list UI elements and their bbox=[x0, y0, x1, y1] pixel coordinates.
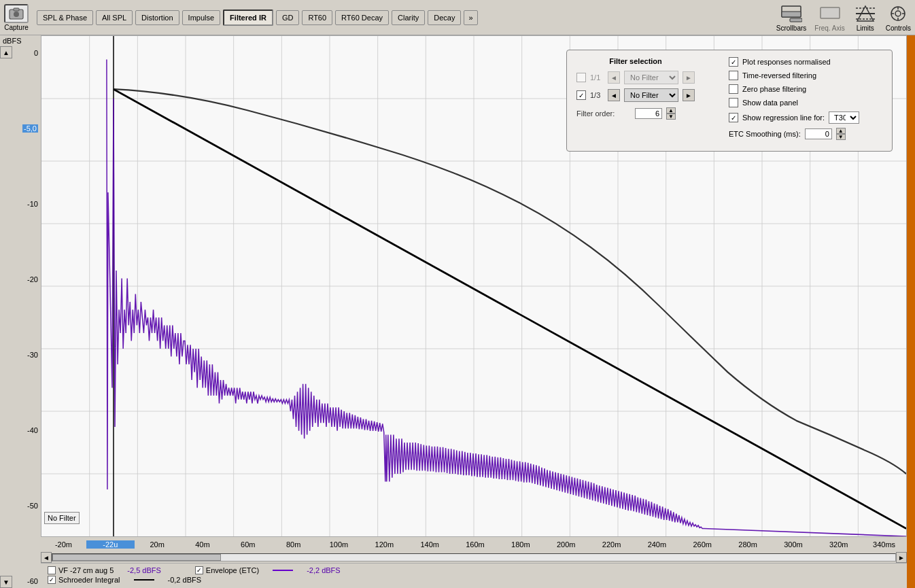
x-label-120m: 120m bbox=[362, 540, 407, 549]
filter-1-1-prev[interactable]: ◄ bbox=[608, 71, 620, 84]
svg-rect-2 bbox=[14, 8, 19, 11]
filter-order-up[interactable]: ▲ bbox=[666, 107, 676, 114]
tab-rt60[interactable]: RT60 bbox=[302, 10, 332, 25]
y-label-60: -60 bbox=[27, 577, 38, 585]
tab-more[interactable]: » bbox=[464, 10, 477, 25]
toolbar: Capture SPL & Phase All SPL Distortion I… bbox=[0, 0, 915, 35]
legend-schroeder-checkbox[interactable] bbox=[48, 576, 56, 584]
regression-select[interactable]: T30 T20 EDT bbox=[829, 111, 859, 124]
tab-rt60-decay[interactable]: RT60 Decay bbox=[335, 10, 389, 25]
x-label-340ms: 340ms bbox=[861, 540, 907, 549]
x-label-neg22u: -22u bbox=[86, 540, 135, 549]
x-labels: -20m -22u 20m 40m 60m 80m 100m 120m 140m… bbox=[41, 540, 907, 549]
chart-wrapper: Filter selection 1/1 ◄ No Filter ► bbox=[41, 35, 907, 588]
legend-etc-item: Envelope (ETC) bbox=[195, 566, 259, 574]
legend-area: VF -27 cm aug 5 -2,5 dBFS Envelope (ETC)… bbox=[41, 563, 907, 588]
no-filter-label: No Filter bbox=[44, 512, 80, 524]
legend-vf-label: VF -27 cm aug 5 bbox=[58, 566, 114, 574]
etc-spin: ▲ ▼ bbox=[836, 128, 846, 140]
scrollbars-button[interactable]: Scrollbars bbox=[776, 3, 806, 32]
x-label-260m: 260m bbox=[680, 540, 725, 549]
y-scroll-arrows: ▲ ▼ bbox=[0, 46, 12, 588]
filter-1-3-prev[interactable]: ◄ bbox=[608, 89, 620, 101]
filter-show-data-row: Show data panel bbox=[729, 98, 859, 107]
legend-vf-checkbox[interactable] bbox=[48, 566, 56, 574]
x-label-300m: 300m bbox=[771, 540, 816, 549]
x-label-180m: 180m bbox=[498, 540, 543, 549]
right-scroll[interactable] bbox=[907, 35, 915, 588]
svg-rect-6 bbox=[821, 7, 840, 18]
capture-button[interactable]: Capture bbox=[4, 4, 29, 31]
zero-phase-checkbox[interactable] bbox=[729, 84, 738, 94]
show-data-label: Show data panel bbox=[742, 99, 798, 107]
filter-zero-phase-row: Zero phase filtering bbox=[729, 84, 859, 94]
filter-time-reversed-row: Time-reversed filtering bbox=[729, 71, 859, 80]
filter-1-3-checkbox[interactable] bbox=[576, 90, 586, 100]
filter-plot-normalised-row: Plot responses normalised bbox=[729, 57, 859, 67]
show-regression-checkbox[interactable] bbox=[729, 113, 738, 122]
legend-etc-checkbox[interactable] bbox=[195, 566, 203, 574]
filter-order-input[interactable] bbox=[635, 108, 662, 119]
tab-all-spl[interactable]: All SPL bbox=[96, 10, 133, 25]
legend-etc-line bbox=[273, 570, 293, 571]
limits-button[interactable]: Limits bbox=[853, 3, 878, 32]
etc-spin-down[interactable]: ▼ bbox=[836, 134, 846, 140]
filter-left: Filter selection 1/1 ◄ No Filter ► bbox=[576, 57, 695, 144]
controls-button[interactable]: Controls bbox=[886, 3, 911, 32]
legend-schroeder-line bbox=[134, 579, 154, 581]
filter-order-row: Filter order: ▲ ▼ bbox=[576, 107, 695, 120]
tab-impulse[interactable]: Impulse bbox=[182, 10, 221, 25]
legend-schroeder-label: Schroeder Integral bbox=[58, 576, 120, 584]
time-reversed-checkbox[interactable] bbox=[729, 71, 738, 80]
x-axis-row: -20m -22u 20m 40m 60m 80m 100m 120m 140m… bbox=[41, 537, 907, 552]
etc-smoothing-input[interactable] bbox=[805, 128, 832, 139]
left-panel: dBFS ▲ ▼ 0 -5,0 -10 -20 -30 -40 -50 -60 bbox=[0, 35, 41, 588]
filter-1-3-select[interactable]: No Filter bbox=[624, 88, 678, 102]
limits-label: Limits bbox=[857, 24, 874, 32]
x-label-200m: 200m bbox=[543, 540, 589, 549]
x-label-240m: 240m bbox=[634, 540, 680, 549]
y-label-0: 0 bbox=[34, 49, 38, 57]
scrollbars-label: Scrollbars bbox=[776, 24, 806, 32]
h-scroll-right[interactable]: ► bbox=[896, 552, 907, 563]
x-label-280m: 280m bbox=[725, 540, 771, 549]
h-scroll-track[interactable] bbox=[52, 553, 896, 561]
h-scroll-left[interactable]: ◄ bbox=[41, 552, 52, 563]
x-label-60m: 60m bbox=[225, 540, 271, 549]
filter-1-1-checkbox[interactable] bbox=[576, 73, 586, 82]
tab-clarity[interactable]: Clarity bbox=[392, 10, 425, 25]
chart-area[interactable]: Filter selection 1/1 ◄ No Filter ► bbox=[41, 35, 907, 537]
y-scroll-down[interactable]: ▼ bbox=[0, 576, 12, 588]
filter-1-1-next[interactable]: ► bbox=[683, 71, 695, 84]
tab-decay[interactable]: Decay bbox=[428, 10, 461, 25]
legend-schroeder-value: -0,2 dBFS bbox=[168, 576, 202, 584]
y-scroll-up[interactable]: ▲ bbox=[0, 46, 12, 58]
legend-schroeder-item: Schroeder Integral bbox=[48, 576, 120, 584]
legend-etc-value: -2,2 dBFS bbox=[307, 566, 341, 574]
x-label-100m: 100m bbox=[316, 540, 362, 549]
filter-1-1-select[interactable]: No Filter bbox=[624, 71, 678, 84]
freq-axis-button[interactable]: Freq. Axis bbox=[814, 3, 844, 32]
tab-distortion[interactable]: Distortion bbox=[135, 10, 179, 25]
controls-label: Controls bbox=[886, 24, 911, 32]
y-label-50: -50 bbox=[27, 502, 38, 510]
h-scroll-thumb[interactable] bbox=[52, 554, 221, 561]
tab-gd[interactable]: GD bbox=[276, 10, 300, 25]
etc-spin-up[interactable]: ▲ bbox=[836, 128, 846, 134]
main-container: Capture SPL & Phase All SPL Distortion I… bbox=[0, 0, 915, 588]
tab-spl-phase[interactable]: SPL & Phase bbox=[37, 10, 93, 25]
legend-row-2: Schroeder Integral -0,2 dBFS bbox=[48, 576, 900, 584]
y-label-30: -30 bbox=[27, 351, 38, 359]
toolbar-right: Scrollbars Freq. Axis bbox=[776, 3, 911, 32]
filter-regression-row: Show regression line for: T30 T20 EDT bbox=[729, 111, 859, 124]
x-label-220m: 220m bbox=[589, 540, 634, 549]
etc-smoothing-label: ETC Smoothing (ms): bbox=[729, 130, 801, 138]
tab-filtered-ir[interactable]: Filtered IR bbox=[223, 10, 273, 26]
legend-vf-value: -2,5 dBFS bbox=[127, 566, 161, 574]
show-data-checkbox[interactable] bbox=[729, 98, 738, 107]
show-regression-label: Show regression line for: bbox=[742, 114, 825, 122]
filter-1-3-next[interactable]: ► bbox=[683, 89, 695, 101]
plot-normalised-checkbox[interactable] bbox=[729, 57, 738, 67]
filter-order-down[interactable]: ▼ bbox=[666, 114, 676, 120]
svg-rect-4 bbox=[782, 12, 801, 17]
